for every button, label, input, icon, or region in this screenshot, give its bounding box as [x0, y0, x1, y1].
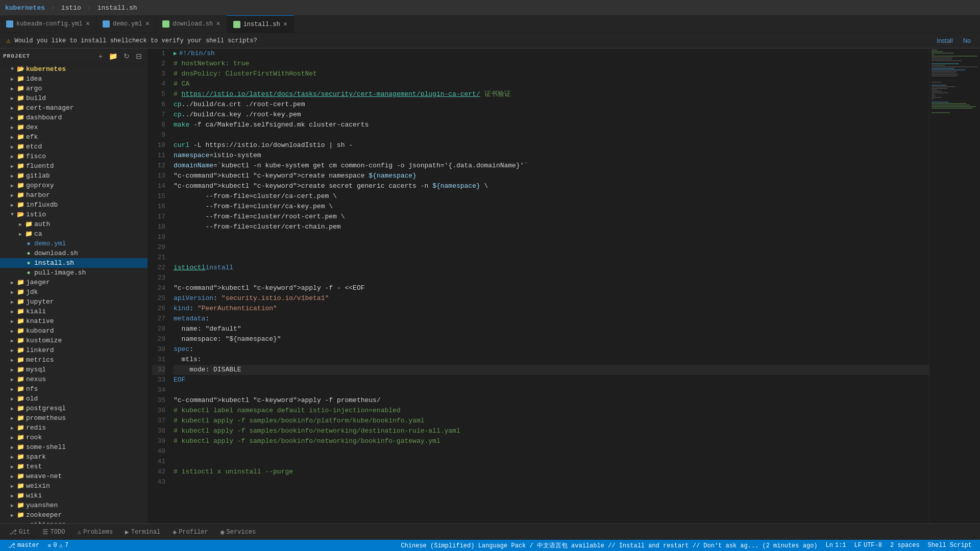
tree-item-old[interactable]: 📁old: [0, 394, 148, 404]
notification-install-button[interactable]: Install: [934, 36, 955, 45]
run-button-1[interactable]: ▶: [174, 48, 177, 59]
bottom-tab-todo[interactable]: ☰ TODO: [37, 526, 70, 538]
bottom-tab-git[interactable]: ⎇ Git: [4, 526, 35, 538]
tree-item-jaeger[interactable]: 📁jaeger: [0, 278, 148, 287]
title-bar: kubernetes › istio › install.sh: [0, 0, 980, 15]
editor-content[interactable]: 1234567891011121314151617181920212223242…: [148, 48, 980, 523]
spaces-status[interactable]: 2 spaces: [886, 540, 924, 551]
tree-item-harbor[interactable]: 📁harbor: [0, 190, 148, 200]
git-branch-icon: ⎇: [8, 542, 15, 549]
tree-label-demo-yml: demo.yml: [33, 240, 66, 247]
tab-close-demo[interactable]: ×: [145, 20, 150, 28]
code-line-31: mtls:: [174, 355, 929, 365]
tree-item-knative[interactable]: 📁knative: [0, 316, 148, 326]
collapse-button[interactable]: ⊟: [133, 51, 144, 62]
tree-item-spark[interactable]: 📁spark: [0, 452, 148, 462]
tree-item-fisco[interactable]: 📁fisco: [0, 152, 148, 161]
tab-close-download[interactable]: ×: [216, 20, 220, 28]
tree-item-jupyter[interactable]: 📁jupyter: [0, 297, 148, 307]
tree-item-argo[interactable]: 📁argo: [0, 84, 148, 93]
tree-item-auth[interactable]: 📁auth: [0, 219, 148, 229]
tree-item-download-sh[interactable]: ●download.sh: [0, 248, 148, 258]
line-num-37: 37: [152, 416, 165, 426]
tree-item-linkerd[interactable]: 📁linkerd: [0, 345, 148, 355]
encoding-status[interactable]: LF UTF-8: [850, 540, 886, 551]
bottom-tab-profiler[interactable]: ◈ Profiler: [167, 526, 213, 538]
bottom-tab-problems[interactable]: ⚠ Problems: [72, 526, 117, 538]
tree-item-dashboard[interactable]: 📁dashboard: [0, 113, 148, 122]
tree-label-kiali: kiali: [24, 308, 46, 315]
tree-arrow-kubernetes: [8, 66, 16, 72]
refresh-button[interactable]: ↻: [121, 51, 132, 62]
tree-item-efk[interactable]: 📁efk: [0, 132, 148, 142]
brand-label: kubernetes: [5, 4, 45, 12]
new-file-button[interactable]: +: [96, 51, 105, 62]
tree-item-idea[interactable]: 📁idea: [0, 74, 148, 84]
tab-install[interactable]: install.sh ×: [227, 15, 294, 33]
arrow-efk: [8, 134, 16, 140]
tree-item-ca[interactable]: 📁ca: [0, 229, 148, 239]
tree-item--gitignore[interactable]: ●.gitignore: [0, 520, 148, 523]
tree-label-argo: argo: [24, 85, 42, 92]
notification-no-button[interactable]: No: [960, 36, 974, 45]
tree-item-weave-net[interactable]: 📁weave-net: [0, 471, 148, 481]
tree-label-some-shell: some-shell: [24, 443, 66, 451]
tree-item-yuanshen[interactable]: 📁yuanshen: [0, 500, 148, 510]
tree-item-build[interactable]: 📁build: [0, 93, 148, 103]
tree-item-kustomize[interactable]: 📁kustomize: [0, 336, 148, 345]
tree-item-demo-yml[interactable]: ●demo.yml: [0, 239, 148, 248]
tree-item-redis[interactable]: 📁redis: [0, 423, 148, 433]
code-line-28: name: "default": [174, 324, 929, 334]
tree-item-fluentd[interactable]: 📁fluentd: [0, 161, 148, 171]
tree-item-test[interactable]: 📁test: [0, 462, 148, 471]
ln-col-status[interactable]: Ln 1:1: [822, 540, 850, 551]
tree-item-rook[interactable]: 📁rook: [0, 433, 148, 442]
tree-item-cert-manager[interactable]: 📁cert-manager: [0, 103, 148, 113]
tree-item-zookeeper[interactable]: 📁zookeeper: [0, 510, 148, 520]
tree-item-kuboard[interactable]: 📁kuboard: [0, 326, 148, 336]
bottom-tab-terminal[interactable]: ▶ Terminal: [120, 526, 165, 538]
arrow-jdk: [8, 289, 16, 295]
tree-item-goproxy[interactable]: 📁goproxy: [0, 181, 148, 190]
language-pack-status[interactable]: Chinese (Simplified) Language Pack / 中文语…: [397, 540, 821, 551]
tree-item-metrics[interactable]: 📁metrics: [0, 355, 148, 365]
tab-close-install[interactable]: ×: [283, 21, 287, 28]
language-mode-status[interactable]: Shell Script: [924, 540, 976, 551]
tab-demo[interactable]: demo.yml ×: [96, 15, 156, 33]
line-num-32: 32: [152, 365, 165, 375]
tree-item-nexus[interactable]: 📁nexus: [0, 374, 148, 384]
code-line-35: "c-command">kubectl "c-keyword">apply -f…: [174, 395, 929, 406]
tab-download[interactable]: download.sh ×: [156, 15, 227, 33]
tree-item-pull-image-sh[interactable]: ●pull-image.sh: [0, 268, 148, 278]
bottom-tab-services[interactable]: ◉ Services: [215, 526, 261, 538]
tree-item-some-shell[interactable]: 📁some-shell: [0, 442, 148, 452]
tab-close-kubeadm[interactable]: ×: [86, 20, 90, 28]
line-num-23: 23: [152, 273, 165, 283]
code-lines: ▶#!/bin/sh# hostNetwork: true# dnsPolicy…: [169, 48, 929, 523]
tree-item-kiali[interactable]: 📁kiali: [0, 307, 148, 316]
tree-item-install-sh[interactable]: ●install.sh: [0, 258, 148, 268]
line-numbers: 1234567891011121314151617181920212223242…: [148, 48, 169, 523]
tree-root-kubernetes[interactable]: 📂 kubernetes: [0, 64, 148, 74]
tree-item-influxdb[interactable]: 📁influxdb: [0, 200, 148, 210]
git-branch-status[interactable]: ⎇ master: [4, 540, 43, 551]
arrow-some-shell: [8, 444, 16, 450]
tree-item-nfs[interactable]: 📁nfs: [0, 384, 148, 394]
tree-item-dex[interactable]: 📁dex: [0, 122, 148, 132]
tree-item-gitlab[interactable]: 📁gitlab: [0, 171, 148, 181]
tab-icon-install-sh: [233, 21, 240, 28]
tree-item-prometheus[interactable]: 📁prometheus: [0, 413, 148, 423]
bottom-tab-todo-label: TODO: [51, 529, 65, 536]
tree-item-postgresql[interactable]: 📁postgresql: [0, 404, 148, 413]
tree-item-weixin[interactable]: 📁weixin: [0, 481, 148, 491]
tree-item-mysql[interactable]: 📁mysql: [0, 365, 148, 374]
tab-kubeadm[interactable]: kubeadm-config.yml ×: [0, 15, 96, 33]
tree-item-etcd[interactable]: 📁etcd: [0, 142, 148, 152]
tree-item-jdk[interactable]: 📁jdk: [0, 287, 148, 297]
new-folder-button[interactable]: 📁: [106, 51, 120, 62]
tree-item-istio[interactable]: 📂istio: [0, 210, 148, 219]
line-num-15: 15: [152, 191, 165, 202]
arrow-cert-manager: [8, 105, 16, 111]
errors-status[interactable]: ✕ 0 ⚠ 7: [43, 540, 72, 551]
tree-item-wiki[interactable]: 📁wiki: [0, 491, 148, 500]
